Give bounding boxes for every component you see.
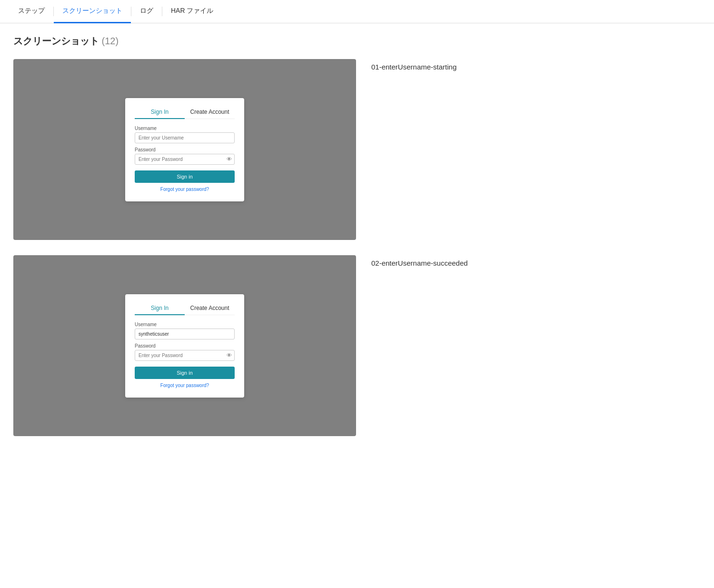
tab-screenshots[interactable]: スクリーンショット — [54, 0, 131, 23]
login-tab-create-2[interactable]: Create Account — [185, 302, 235, 315]
username-label-2: Username — [135, 322, 235, 327]
username-input-wrap-2 — [135, 329, 235, 339]
tab-steps[interactable]: ステップ — [10, 0, 53, 23]
screenshot-label-1: 01-enterUsername-starting — [371, 59, 456, 71]
page-title-text: スクリーンショット — [13, 36, 99, 46]
eye-icon-2[interactable]: 👁 — [227, 352, 232, 358]
password-input-1[interactable] — [135, 154, 235, 165]
login-tabs-2: Sign In Create Account — [135, 302, 235, 315]
password-input-2[interactable] — [135, 350, 235, 361]
login-card-2: Sign In Create Account Username Password… — [125, 294, 244, 398]
login-tab-signin-1[interactable]: Sign In — [135, 106, 185, 119]
forgot-link-1[interactable]: Forgot your password? — [135, 187, 235, 192]
screenshot-preview-2[interactable]: Sign In Create Account Username Password… — [13, 255, 356, 436]
username-label-1: Username — [135, 126, 235, 131]
login-tab-create-1[interactable]: Create Account — [185, 106, 235, 119]
password-label-2: Password — [135, 343, 235, 349]
screenshot-count: (12) — [102, 36, 119, 46]
login-tab-signin-2[interactable]: Sign In — [135, 302, 185, 315]
password-input-wrap-2: 👁 — [135, 350, 235, 361]
username-input-2[interactable] — [135, 329, 235, 339]
tab-logs[interactable]: ログ — [131, 0, 162, 23]
username-input-wrap-1 — [135, 132, 235, 143]
eye-icon-1[interactable]: 👁 — [227, 156, 232, 162]
page-content: スクリーンショット (12) Sign In Create Account Us… — [0, 23, 714, 463]
signin-button-1[interactable]: Sign in — [135, 170, 235, 183]
tab-bar: ステップ スクリーンショット ログ HAR ファイル — [0, 0, 714, 23]
login-card-1: Sign In Create Account Username Password… — [125, 98, 244, 201]
tab-har[interactable]: HAR ファイル — [162, 0, 222, 23]
screenshot-preview-1[interactable]: Sign In Create Account Username Password… — [13, 59, 356, 240]
screenshot-row-1: Sign In Create Account Username Password… — [13, 59, 701, 240]
screenshot-label-2: 02-enterUsername-succeeded — [371, 255, 468, 267]
page-title: スクリーンショット (12) — [13, 35, 701, 48]
username-input-1[interactable] — [135, 132, 235, 143]
login-tabs-1: Sign In Create Account — [135, 106, 235, 119]
password-label-1: Password — [135, 147, 235, 152]
screenshot-row-2: Sign In Create Account Username Password… — [13, 255, 701, 436]
forgot-link-2[interactable]: Forgot your password? — [135, 383, 235, 388]
signin-button-2[interactable]: Sign in — [135, 367, 235, 379]
password-input-wrap-1: 👁 — [135, 154, 235, 165]
